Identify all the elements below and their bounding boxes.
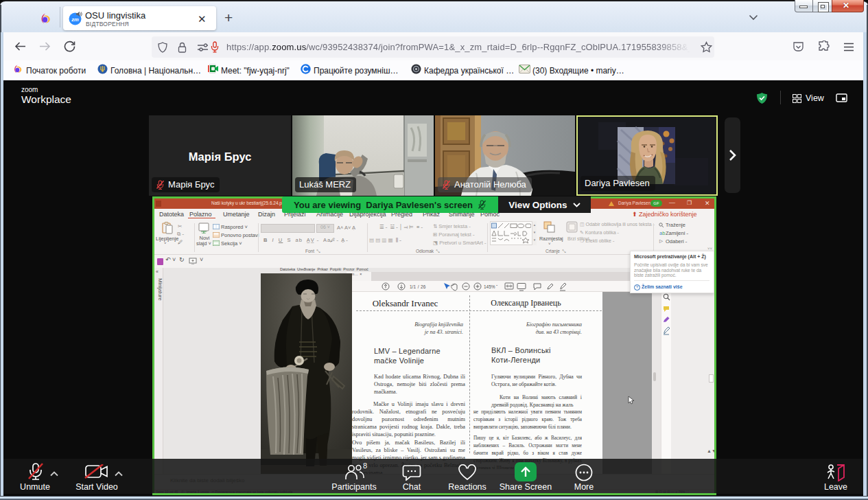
svg-text:zm: zm <box>71 16 79 23</box>
svg-text:8: 8 <box>363 463 367 470</box>
svg-text:1/1 / 26: 1/1 / 26 <box>410 284 426 289</box>
svg-text:145% ˇ: 145% ˇ <box>484 284 498 289</box>
